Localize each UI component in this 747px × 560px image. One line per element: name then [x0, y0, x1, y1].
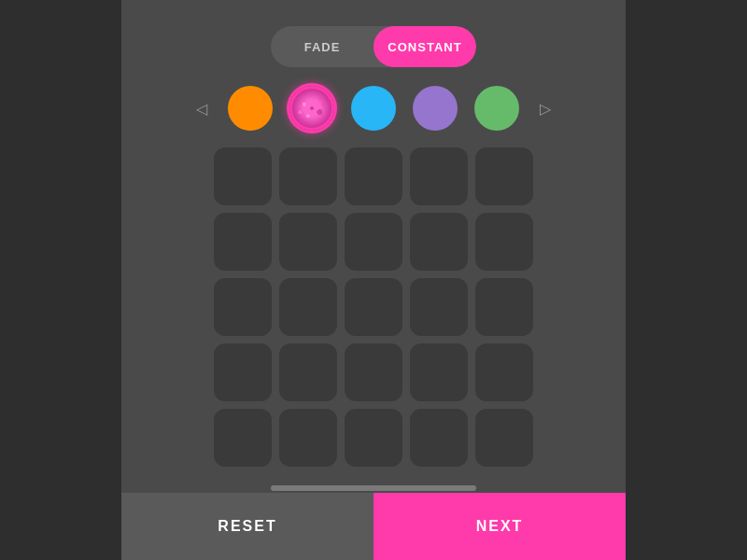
color-green[interactable]: [474, 86, 519, 131]
grid-cell[interactable]: [279, 409, 337, 467]
right-arrow-btn[interactable]: ▷: [536, 99, 555, 118]
color-pink-selected[interactable]: [289, 86, 334, 131]
grid-cell[interactable]: [410, 409, 468, 467]
color-orange[interactable]: [228, 86, 273, 131]
constant-toggle-btn[interactable]: CONSTANT: [374, 26, 476, 67]
left-side-panel: [0, 0, 121, 560]
grid-cell[interactable]: [214, 409, 272, 467]
color-blue[interactable]: [351, 86, 396, 131]
grid-cell[interactable]: [475, 409, 533, 467]
grid-cell[interactable]: [410, 147, 468, 205]
grid-cell[interactable]: [410, 278, 468, 336]
grid-cell[interactable]: [279, 147, 337, 205]
grid-cell[interactable]: [279, 343, 337, 401]
grid-cell[interactable]: [279, 213, 337, 271]
grid-cell[interactable]: [345, 213, 402, 271]
grid-cell[interactable]: [475, 278, 533, 336]
bottom-bar: RESET NEXT: [121, 493, 626, 560]
grid-cell[interactable]: [214, 278, 272, 336]
grid-cell[interactable]: [475, 147, 533, 205]
main-panel: FADE CONSTANT ◁ ▷: [121, 0, 626, 560]
left-arrow-btn[interactable]: ◁: [192, 99, 211, 118]
grid-cell[interactable]: [410, 343, 468, 401]
color-picker-row: ◁ ▷: [192, 86, 555, 131]
grid-cell[interactable]: [279, 278, 337, 336]
pattern-grid: [214, 147, 533, 467]
grid-cell[interactable]: [345, 147, 402, 205]
grid-cell[interactable]: [345, 278, 402, 336]
grid-cell[interactable]: [345, 409, 402, 467]
grid-cell[interactable]: [214, 343, 272, 401]
grid-cell[interactable]: [475, 343, 533, 401]
scroll-thumb[interactable]: [271, 485, 476, 491]
grid-cell[interactable]: [345, 343, 402, 401]
right-side-panel: [626, 0, 747, 560]
color-purple[interactable]: [413, 86, 458, 131]
mode-toggle[interactable]: FADE CONSTANT: [271, 26, 476, 67]
fade-toggle-btn[interactable]: FADE: [271, 26, 374, 67]
grid-cell[interactable]: [410, 213, 468, 271]
grid-cell[interactable]: [214, 213, 272, 271]
grid-cell[interactable]: [475, 213, 533, 271]
grid-cell[interactable]: [214, 147, 272, 205]
scroll-bar[interactable]: [271, 485, 476, 491]
next-button[interactable]: NEXT: [374, 493, 626, 560]
reset-button[interactable]: RESET: [121, 493, 374, 560]
